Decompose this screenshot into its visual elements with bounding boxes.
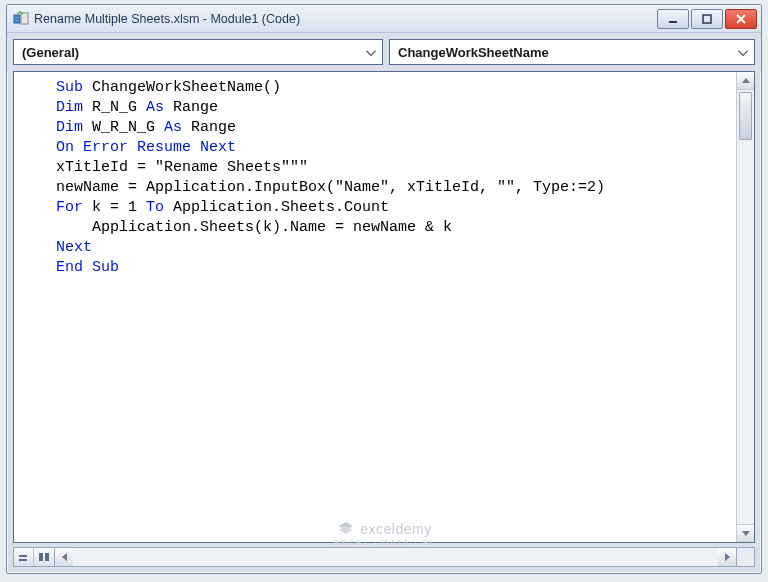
- svg-rect-7: [45, 553, 49, 561]
- svg-rect-5: [19, 559, 27, 561]
- scrollbar-corner: [737, 547, 755, 567]
- window-controls: [657, 9, 757, 29]
- procedure-dropdown-value: ChangeWorkSheetName: [398, 45, 549, 60]
- svg-rect-3: [703, 15, 711, 23]
- full-module-view-button[interactable]: [34, 548, 54, 566]
- maximize-button[interactable]: [691, 9, 723, 29]
- horizontal-scrollbar[interactable]: [55, 547, 737, 567]
- procedure-view-button[interactable]: [14, 548, 34, 566]
- svg-rect-4: [19, 555, 27, 557]
- code-editor[interactable]: Sub ChangeWorkSheetName() Dim R_N_G As R…: [14, 72, 736, 542]
- svg-rect-0: [14, 15, 20, 23]
- chevron-down-icon: [738, 45, 748, 60]
- scroll-right-button[interactable]: [718, 548, 736, 566]
- code-pane: Sub ChangeWorkSheetName() Dim R_N_G As R…: [13, 71, 755, 543]
- svg-rect-1: [21, 13, 28, 24]
- object-dropdown-value: (General): [22, 45, 79, 60]
- scroll-left-button[interactable]: [55, 548, 73, 566]
- dropdown-row: (General) ChangeWorkSheetName: [7, 33, 761, 71]
- scroll-down-button[interactable]: [737, 524, 754, 542]
- vba-code-window: Rename Multiple Sheets.xlsm - Module1 (C…: [6, 4, 762, 574]
- minimize-button[interactable]: [657, 9, 689, 29]
- titlebar[interactable]: Rename Multiple Sheets.xlsm - Module1 (C…: [7, 5, 761, 33]
- scroll-up-button[interactable]: [737, 72, 754, 90]
- scrollbar-thumb[interactable]: [739, 92, 752, 140]
- svg-rect-2: [669, 21, 677, 23]
- chevron-down-icon: [366, 45, 376, 60]
- vba-module-icon: [13, 11, 29, 27]
- bottom-bar: [13, 547, 755, 567]
- object-dropdown[interactable]: (General): [13, 39, 383, 65]
- close-button[interactable]: [725, 9, 757, 29]
- view-buttons: [13, 547, 55, 567]
- window-title: Rename Multiple Sheets.xlsm - Module1 (C…: [34, 12, 657, 26]
- svg-rect-6: [39, 553, 43, 561]
- vertical-scrollbar[interactable]: [736, 72, 754, 542]
- procedure-dropdown[interactable]: ChangeWorkSheetName: [389, 39, 755, 65]
